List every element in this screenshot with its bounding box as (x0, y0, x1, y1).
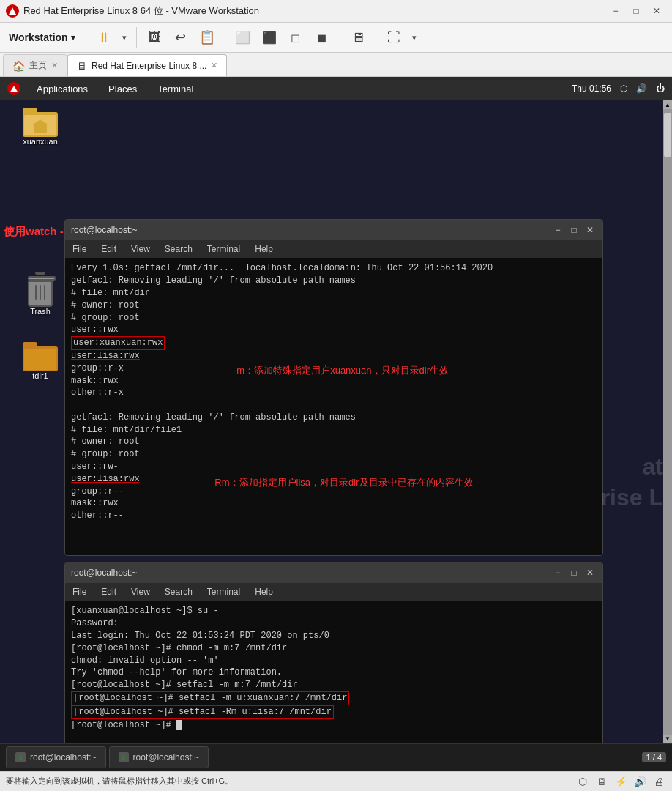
applications-label: Applications (37, 83, 88, 94)
power-icon[interactable]: ⏻ (656, 83, 665, 94)
term1-menu-search[interactable]: Search (162, 242, 195, 256)
manage-snapshots-button[interactable]: 📋 (195, 26, 219, 49)
term2-menu-help[interactable]: Help (252, 585, 276, 598)
tab-home-close[interactable]: ✕ (51, 61, 58, 70)
view-dropdown-button[interactable]: ▾ (408, 26, 420, 49)
revert-button[interactable]: ↩ (169, 26, 193, 49)
terminal-2-close[interactable]: ✕ (583, 566, 597, 579)
vm-scroll-down[interactable]: ▼ (663, 735, 672, 743)
terminal-window-1[interactable]: root@localhost:~ − □ ✕ File Edit View Se… (64, 219, 603, 556)
terminal-2-minimize[interactable]: − (551, 566, 564, 579)
toolbar-separator-3 (225, 27, 225, 48)
term2-menu-terminal[interactable]: Terminal (204, 585, 243, 598)
tab-home-label: 主页 (29, 59, 47, 72)
status-network-icon[interactable]: ⬡ (575, 774, 590, 789)
tab-rhel-close[interactable]: ✕ (211, 61, 217, 70)
terminal-1-minimize[interactable]: − (551, 223, 564, 237)
vm-menu-applications[interactable]: Applications (32, 81, 92, 97)
toolbar: Workstation ▾ ⏸ ▾ 🖼 ↩ 📋 ⬜ ⬛ ◻ ◼ 🖥 ⛶ ▾ (0, 23, 672, 53)
terminal-2-maximize[interactable]: □ (567, 566, 580, 579)
minimize-button[interactable]: − (606, 3, 625, 19)
trash-icon (26, 275, 55, 307)
term2-menu-file[interactable]: File (70, 585, 89, 598)
term2-menu-edit[interactable]: Edit (98, 585, 119, 598)
vm-menu-places[interactable]: Places (104, 81, 141, 97)
snapshot-button[interactable]: 🖼 (143, 26, 166, 49)
workstation-label: Workstation (9, 31, 68, 43)
taskbar-terminal-1[interactable]: $ root@localhost:~ (6, 746, 106, 768)
tdir1-folder-front (24, 349, 56, 370)
vm-state-button-4[interactable]: ◼ (310, 26, 334, 49)
terminal-1-title: root@localhost:~ (71, 225, 138, 235)
speaker-icon[interactable]: 🔊 (636, 83, 647, 94)
desktop-icon-home[interactable]: xuanxuan (15, 108, 66, 146)
terminal-window-2[interactable]: root@localhost:~ − □ ✕ File Edit View Se… (64, 562, 603, 743)
rhel-desktop[interactable]: xuanxuan 使用watch -n 1 'getfacl /mnt/dir;… (0, 100, 672, 743)
terminal-1-controls: − □ ✕ (551, 223, 597, 237)
term2-menu-view[interactable]: View (128, 585, 153, 598)
home-folder-label: xuanxuan (23, 137, 58, 146)
trash-line-1 (35, 285, 37, 300)
terminal-1-close[interactable]: ✕ (583, 223, 597, 237)
toolbar-separator-1 (86, 27, 86, 48)
term2-menu-search[interactable]: Search (162, 585, 195, 598)
vm-state-button-3[interactable]: ◻ (284, 26, 307, 49)
taskbar-terminal-2[interactable]: $ root@localhost:~ (109, 746, 209, 768)
taskbar-right: 1 / 4 (642, 752, 666, 762)
places-label: Places (108, 83, 137, 94)
vmware-window: Red Hat Enterprise Linux 8 64 位 - VMware… (0, 0, 672, 791)
term1-menu-view[interactable]: View (128, 242, 153, 256)
terminal-1-header-line: Every 1.0s: getfacl /mnt/dir... localhos… (71, 262, 597, 275)
trash-body (28, 281, 53, 307)
rhel-watermark: atrise L (601, 452, 663, 513)
close-button[interactable]: ✕ (647, 3, 666, 19)
trash-lid (28, 276, 56, 281)
desktop-icon-tdir1[interactable]: tdir1 (15, 342, 66, 380)
trash-lines (35, 285, 45, 300)
vm-topbar-right: Thu 01:56 ⬡ 🔊 ⏻ (572, 83, 665, 94)
term1-menu-terminal[interactable]: Terminal (204, 242, 243, 256)
desktop-icon-trash[interactable]: Trash (15, 275, 66, 316)
taskbar-term-icon-2: $ (119, 752, 129, 762)
status-icons: ⬡ 🖥 ⚡ 🔊 🖨 (575, 774, 666, 789)
tab-rhel[interactable]: 🖥 Red Hat Enterprise Linux 8 ... ✕ (67, 54, 227, 76)
terminal-2-body[interactable]: [xuanxuan@localhost ~]$ su - Password: L… (65, 601, 602, 743)
terminal-1-maximize[interactable]: □ (567, 223, 580, 237)
taskbar-terminal-2-label: root@localhost:~ (133, 752, 200, 762)
vm-state-button-1[interactable]: ⬜ (231, 26, 255, 49)
workstation-menu-button[interactable]: Workstation ▾ (4, 26, 80, 49)
pause-dropdown-button[interactable]: ▾ (119, 26, 130, 49)
status-audio-icon[interactable]: 🔊 (632, 774, 647, 789)
folder-home-shape (32, 119, 48, 133)
tab-home[interactable]: 🏠 主页 ✕ (3, 54, 67, 76)
console-button[interactable]: 🖥 (346, 26, 370, 49)
vm-scroll-up[interactable]: ▲ (663, 100, 672, 109)
network-icon[interactable]: ⬡ (620, 83, 627, 94)
vm-state-button-2[interactable]: ⬛ (258, 26, 281, 49)
vm-scroll-track[interactable] (663, 109, 672, 734)
status-printer-icon[interactable]: 🖨 (652, 774, 666, 789)
status-display-icon[interactable]: 🖥 (594, 774, 609, 789)
trash-line-3 (44, 285, 45, 300)
maximize-button[interactable]: □ (627, 3, 646, 19)
vm-clock: Thu 01:56 (572, 83, 611, 94)
taskbar-terminal-1-label: root@localhost:~ (30, 752, 97, 762)
annotation-rm-text: -Rm：添加指定用户lisa，对目录dir及目录中已存在的内容生效 (212, 477, 474, 488)
status-usb-icon[interactable]: ⚡ (613, 774, 628, 789)
vm-scroll-thumb[interactable] (664, 113, 671, 157)
rhel-app-icon (7, 82, 20, 95)
title-bar: Red Hat Enterprise Linux 8 64 位 - VMware… (0, 0, 672, 23)
terminal-1-menubar: File Edit View Search Terminal Help (65, 240, 602, 258)
terminal-2-controls: − □ ✕ (551, 566, 597, 579)
status-bar: 要将输入定向到该虚拟机，请将鼠标指针移入其中或按 Ctrl+G。 ⬡ 🖥 ⚡ 🔊… (0, 771, 672, 791)
view-button[interactable]: ⛶ (382, 26, 406, 49)
term1-menu-file[interactable]: File (70, 242, 89, 256)
vm-scrollbar[interactable]: ▲ ▼ (663, 100, 672, 743)
annotation-m: -m：添加特殊指定用户xuanxuan，只对目录dir生效 (234, 364, 449, 378)
annotation-rm: -Rm：添加指定用户lisa，对目录dir及目录中已存在的内容生效 (212, 476, 474, 490)
term1-menu-help[interactable]: Help (252, 242, 276, 256)
term1-menu-edit[interactable]: Edit (98, 242, 119, 256)
vm-menu-terminal[interactable]: Terminal (153, 81, 198, 97)
pause-button[interactable]: ⏸ (92, 26, 116, 49)
vm-topbar-left: Applications Places Terminal (7, 81, 198, 97)
